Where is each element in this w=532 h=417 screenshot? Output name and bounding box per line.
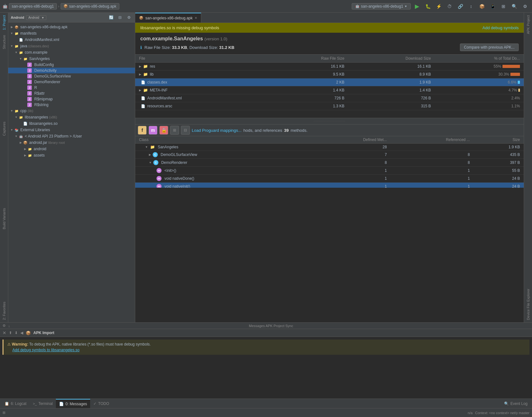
file-row-resources-arsc[interactable]: 📄 resources.arsc 1.3 KB 315 B 1.1% (135, 102, 524, 110)
tree-item-rattr[interactable]: J R$attr (8, 91, 135, 96)
tree-item-demorenderer[interactable]: J DemoRenderer (8, 79, 135, 85)
avd-button[interactable]: 📱 (488, 2, 497, 11)
settings-project-button[interactable]: ⚙ (125, 14, 132, 21)
load-proguard-text[interactable]: Load Proguard mappings... (192, 128, 242, 133)
class-row-demorenderer[interactable]: ▼ C DemoRenderer 8 8 397 B (135, 159, 524, 167)
profile-button[interactable]: ⏱ (445, 2, 454, 11)
tab-terminal[interactable]: >_ Terminal (30, 399, 56, 408)
tab-apk[interactable]: 📦 san-angeles-x86-debug.apk ✕ (135, 13, 201, 23)
file-row-meta-inf[interactable]: ▶ 📁 META-INF 1.4 KB 1.4 KB 4.7% (135, 86, 524, 94)
tree-item-java[interactable]: ▼ 📁 java (classes.dex) (8, 43, 135, 49)
tree-item-buildconfig[interactable]: J BuildConfig (8, 62, 135, 68)
vtab-captures[interactable]: Captures (1, 119, 7, 138)
add-debug-symbols-link[interactable]: Add debug symbols (482, 25, 519, 30)
expand-down-btn[interactable]: ⬇ (15, 331, 18, 335)
collapse-all-button[interactable]: ⊟ (116, 14, 123, 21)
download-size-value: 31.2 KB (219, 45, 235, 50)
tab-close-apk[interactable]: ✕ (195, 16, 197, 20)
file-row-androidmanifest[interactable]: 📄 AndroidManifest.xml 726 B 726 B 2.4% (135, 94, 524, 102)
label-sanangeles-cls: SanAngeles (158, 145, 178, 149)
collapse-icon[interactable]: ⊟ (181, 126, 190, 135)
extlib-icon: 📚 (14, 127, 19, 132)
vtab-project[interactable]: 1: Project (1, 13, 7, 32)
run-config-selector[interactable]: 🤖 san-angeles-x86-debug1 ▼ (352, 3, 411, 10)
tree-item-sanangeles[interactable]: ▼ 📁 SanAngeles (8, 56, 135, 62)
tree-item-manifests[interactable]: ▼ 📁 manifests (8, 30, 135, 37)
dex-icon: 📄 (141, 80, 145, 84)
breadcrumb-item-1[interactable]: san-angeles-x86-debug1 (9, 3, 57, 10)
file-row-lib[interactable]: ▶ 📁 lib 9.5 KB 8.9 KB 30.3% (135, 71, 524, 78)
col-pct: % of Total Do... (435, 55, 524, 63)
btn-lock[interactable]: 🔒 (159, 126, 168, 135)
tree-item-androidjar[interactable]: ▶ 📦 android.jar library root (8, 139, 135, 146)
sync-project-button[interactable]: 🔄 (108, 14, 115, 21)
settings-button[interactable]: ⚙ (521, 2, 529, 11)
coverage-button[interactable]: ⚡ (434, 2, 443, 11)
bottom-tabs: 📋 6: Logcat >_ Terminal 📄 0: Messages ✓ … (0, 399, 532, 408)
xml-icon: 📄 (18, 37, 23, 42)
warning-icon: ⚠ (7, 342, 11, 346)
compare-button[interactable]: Compare with previous APK... (460, 44, 519, 51)
android-badge[interactable]: Android ▼ (26, 15, 46, 20)
right-tab-apk-project[interactable]: APK Project (525, 13, 531, 37)
add-debug-symbols-link-2[interactable]: Add debug symbols to libsanangeles.so (12, 348, 79, 352)
attach-button[interactable]: 🔗 (456, 2, 465, 11)
tab-todo[interactable]: ✓ TODO (90, 399, 112, 408)
dgl-referenced: 8 (391, 151, 474, 159)
class-row-demoglsurfaceview[interactable]: ▶ C DemoGLSurfaceView 7 8 435 B (135, 151, 524, 159)
expand-warning-btn[interactable]: ✕ (3, 330, 6, 335)
tree-item-rstring[interactable]: J R$string (8, 102, 135, 108)
cpp-folder-icon: 📁 (14, 108, 19, 113)
java-icon-demoglsurfaceview: J (27, 74, 32, 78)
class-row-sanangeles[interactable]: ▼ 📁 SanAngeles 28 1.9 KB (135, 144, 524, 151)
class-name-init: m <init>() (139, 168, 304, 173)
method-label: m (151, 128, 155, 133)
methods-toolbar: f m 🔒 ⊞ ⊟ Load Proguard mappings... hods… (135, 124, 524, 136)
tree-item-com-example[interactable]: ▼ 📁 com.example (8, 49, 135, 56)
file-row-classes-dex[interactable]: 📄 classes.dex 2 KB 1.9 KB 6.6% (135, 78, 524, 86)
tree-item-rmipmap[interactable]: J R$mipmap (8, 96, 135, 102)
tree-item-android-pkg[interactable]: ▶ 📁 android (8, 146, 135, 152)
collapse-warning-btn[interactable]: ◀ (20, 331, 23, 335)
tree-item-api23[interactable]: ▼ 🤖 < Android API 23 Platform > /User (8, 133, 135, 139)
btn-method[interactable]: m (149, 126, 157, 135)
sdk-manager-button[interactable]: 📦 (477, 2, 486, 11)
resize-handle[interactable]: ⋯⋯⋯⋯⋯⋯⋯⋯⋯⋯ (135, 118, 524, 124)
sync-button[interactable]: ↕ (467, 2, 475, 11)
tree-item-apk[interactable]: ▶ 📦 san-angeles-x86-debug.apk (8, 24, 135, 30)
tab-event-log[interactable]: 🔍 Event Log (501, 399, 531, 408)
main-area: 1: Project Structure Captures Build Vari… (0, 13, 532, 322)
vtab-favorites[interactable]: 2: Favorites (1, 299, 7, 322)
vtab-structure[interactable]: Structure (1, 32, 7, 52)
tree-item-cpp[interactable]: ▼ 📁 cpp (lib) (8, 108, 135, 114)
gear-icon-messages[interactable]: ⚙ (3, 324, 6, 328)
tree-item-assets[interactable]: ▶ 📁 assets (8, 152, 135, 158)
search-button[interactable]: 🔍 (510, 2, 519, 11)
class-row-init[interactable]: m <init>() 1 1 55 B (135, 167, 524, 175)
file-row-res[interactable]: ▶ 📁 res 16.1 KB 16.1 KB 55% (135, 63, 524, 71)
tree-item-r[interactable]: J R (8, 85, 135, 91)
tree-item-demoglsurfaceview[interactable]: J DemoGLSurfaceView (8, 73, 135, 79)
scroll-down-icon[interactable]: ↓ (8, 324, 10, 328)
tab-messages[interactable]: 📄 0: Messages (56, 399, 90, 408)
right-tab-device-file-explorer[interactable]: Device File Explorer (525, 286, 531, 322)
breadcrumb-item-2[interactable]: 📦 san-angeles-x86-debug.apk (61, 3, 119, 10)
tree-item-libsanangeles[interactable]: ▼ 📁 libsanangeles (x86) (8, 114, 135, 120)
expand-icon[interactable]: ⊞ (170, 126, 179, 135)
run-button[interactable]: ▶ (413, 2, 422, 11)
tab-logcat[interactable]: 📋 6: Logcat (1, 399, 30, 408)
project-panel: Android Android ▼ 🔄 ⊟ ⚙ ▶ 📦 san-angeles-… (8, 13, 135, 322)
expand-up-btn[interactable]: ⬆ (9, 331, 12, 335)
tree-label-demoglsurfaceview: DemoGLSurfaceView (34, 74, 71, 78)
vtab-build-variants[interactable]: Build Variants (1, 205, 7, 232)
class-row-nativedone[interactable]: m void nativeDone() 1 1 24 B (135, 175, 524, 183)
tree-item-libso[interactable]: 📄 libsanangeles.so (8, 120, 135, 127)
tree-item-demoactivity[interactable]: J DemoActivity (8, 68, 135, 73)
debug-button[interactable]: 🐛 (423, 2, 432, 11)
tree-item-extlibs[interactable]: ▼ 📚 External Libraries (8, 127, 135, 133)
btn-field[interactable]: f (138, 126, 147, 135)
tree-item-androidmanifest[interactable]: 📄 AndroidManifest.xml (8, 37, 135, 43)
bottom-panel-body: ⚠ Warning: To debug the APK, native libr… (0, 337, 532, 399)
class-row-nativeinit[interactable]: m void nativeInit() 1 1 24 B (135, 183, 524, 188)
layout-editor-button[interactable]: ⊞ (499, 2, 508, 11)
